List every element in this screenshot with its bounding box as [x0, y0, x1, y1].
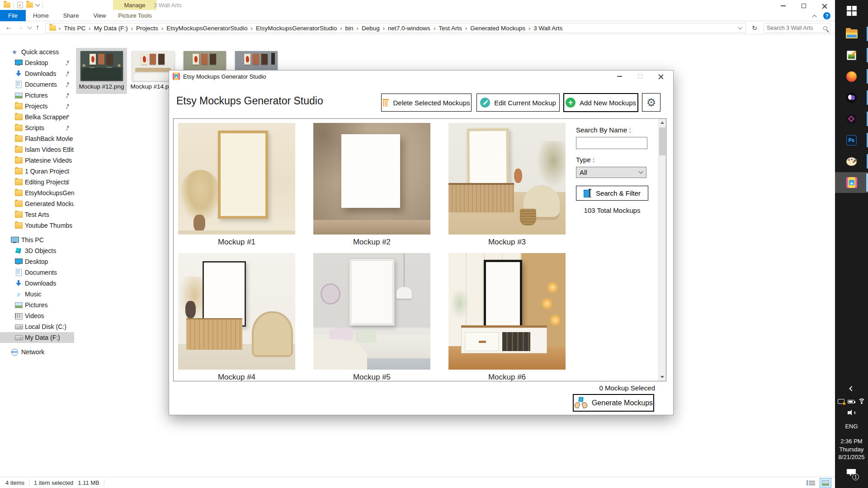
generate-mockups-button[interactable]: Generate Mockups: [573, 394, 654, 412]
app-minimize-button[interactable]: [609, 70, 630, 82]
taskbar-file-explorer[interactable]: [835, 23, 868, 44]
image-editor-icon: [847, 51, 856, 60]
taskbar-image-editor[interactable]: [835, 45, 868, 66]
gear-icon: ⚙: [646, 97, 656, 108]
breadcrumb-item[interactable]: Debug: [359, 25, 382, 32]
crumb-separator: ›: [130, 25, 134, 32]
explorer-search-box: [764, 23, 830, 33]
thumb-art-frame: [193, 54, 199, 65]
edit-current-mockup-button[interactable]: Edit Current Mockup: [476, 94, 560, 112]
scroll-up-icon[interactable]: [659, 119, 666, 127]
mockup-tile-3[interactable]: Mockup #3: [448, 123, 566, 247]
settings-button[interactable]: ⚙: [642, 93, 660, 112]
recent-locations-chevron-icon[interactable]: [28, 25, 32, 29]
mockup-label: Mockup #1: [178, 238, 295, 247]
explorer-search-input[interactable]: [767, 25, 821, 31]
tab-share[interactable]: Share: [56, 10, 86, 21]
type-select[interactable]: All: [576, 167, 646, 178]
thumb-art-frame: [90, 54, 96, 65]
clock-date[interactable]: 8/21/2025: [835, 454, 868, 460]
chevron-left-icon: [849, 386, 854, 391]
tab-view[interactable]: View: [86, 10, 113, 21]
forward-icon[interactable]: →: [15, 23, 25, 31]
breadcrumb-item[interactable]: bin: [343, 25, 356, 32]
quick-access-toolbar: ✓: [4, 2, 43, 8]
taskbar-firefox[interactable]: [835, 66, 868, 87]
thumb-art-frame: [98, 54, 104, 65]
search-filter-icon: [584, 189, 591, 197]
display-notification-icon[interactable]: [838, 399, 844, 404]
thumb-art-frame: [244, 54, 250, 65]
breadcrumb-item[interactable]: 3 Wall Arts: [531, 25, 565, 32]
back-icon[interactable]: ←: [4, 23, 14, 31]
mockup-tile-1[interactable]: Mockup #1: [178, 123, 295, 247]
mockup-tile-4[interactable]: Mockup #4: [178, 253, 295, 382]
taskbar-paint[interactable]: [835, 151, 868, 172]
file-mockup-12[interactable]: Mockup #12.png: [76, 48, 127, 94]
tab-picture-tools[interactable]: Picture Tools: [113, 10, 156, 21]
address-bar[interactable]: › This PC › My Data (F:) › Projects › Et…: [45, 23, 746, 33]
up-icon[interactable]: ↑: [33, 23, 42, 31]
scroll-down-icon[interactable]: [659, 373, 666, 381]
details-view-button[interactable]: [806, 478, 818, 488]
scene-vase: [185, 301, 196, 319]
scene-lamp: [396, 287, 412, 299]
maximize-icon: [638, 74, 642, 79]
breadcrumb-item[interactable]: EtsyMockupsGeneratorStudio: [164, 25, 250, 32]
tab-home[interactable]: Home: [26, 10, 56, 21]
refresh-icon[interactable]: ↻: [749, 23, 760, 33]
add-new-mockups-button[interactable]: + Add New Mockups: [563, 93, 638, 112]
app-titlebar[interactable]: Etsy Mockups Generator Studio: [169, 70, 673, 82]
scrollbar-thumb[interactable]: [659, 127, 665, 155]
app-close-button[interactable]: [651, 70, 671, 82]
mockup-tile-5[interactable]: Mockup #5: [313, 253, 430, 382]
scene-light: [549, 314, 561, 326]
start-button[interactable]: [835, 2, 868, 20]
grid-scrollbar[interactable]: [658, 119, 666, 381]
help-icon[interactable]: ?: [823, 12, 830, 19]
scene-chair: [252, 311, 293, 357]
breadcrumb-item[interactable]: EtsyMockupsGeneratorStudio: [254, 25, 339, 32]
taskbar-photoshop[interactable]: Ps: [835, 130, 868, 150]
thumb-art-mark: [194, 56, 198, 63]
minimize-icon: [617, 76, 622, 77]
mockup-search-input[interactable]: [576, 137, 647, 149]
clock-day[interactable]: Thursday: [835, 446, 868, 453]
mockup-tile-6[interactable]: Mockup #6: [448, 253, 566, 382]
breadcrumb-item[interactable]: Projects: [134, 25, 160, 32]
search-icon[interactable]: [823, 26, 827, 30]
breadcrumb-item[interactable]: net7.0-windows: [386, 25, 433, 32]
search-and-filter-button[interactable]: Search & Filter: [576, 186, 648, 201]
thumb-bed: [82, 68, 121, 81]
taskbar-etsy-mockups-studio[interactable]: [835, 172, 868, 193]
crumb-separator: ›: [528, 25, 531, 32]
scene-basket: [520, 209, 536, 225]
tray-icons: [835, 399, 868, 404]
speaker-icon[interactable]: [848, 410, 856, 416]
qat-customize-chevron-icon[interactable]: [36, 2, 40, 7]
battery-icon[interactable]: [848, 400, 854, 404]
breadcrumb-item[interactable]: Test Arts: [436, 25, 464, 32]
tab-file[interactable]: File: [0, 10, 26, 21]
show-hidden-icons-chevron[interactable]: [835, 387, 868, 390]
expand-ribbon-icon[interactable]: [812, 14, 817, 19]
breadcrumb-item[interactable]: This PC: [61, 25, 88, 32]
wifi-icon[interactable]: [858, 399, 866, 404]
thumbnail-view-button[interactable]: [820, 478, 831, 488]
taskbar-app-hexagon[interactable]: [835, 108, 868, 129]
manage-contextual-tab[interactable]: Manage: [113, 0, 156, 10]
app-maximize-button[interactable]: [630, 70, 651, 82]
breadcrumb-item[interactable]: Generated Mockups: [468, 25, 528, 32]
qat-folder-icon[interactable]: [26, 2, 33, 8]
taskbar-app-dark-purple[interactable]: [835, 87, 868, 108]
qat-check-icon[interactable]: ✓: [17, 2, 23, 8]
scene-canvas: [341, 134, 400, 208]
mockup-tile-2[interactable]: Mockup #2: [313, 123, 430, 247]
breadcrumb-item[interactable]: My Data (F:): [92, 25, 130, 32]
button-label: Delete Selected Mockups: [393, 99, 470, 107]
delete-selected-mockups-button[interactable]: Delete Selected Mockups: [381, 94, 472, 112]
address-dropdown-chevron-icon[interactable]: [738, 25, 743, 30]
type-label: Type :: [576, 156, 650, 164]
clock-time[interactable]: 2:36 PM: [835, 438, 868, 445]
language-indicator[interactable]: ENG: [835, 423, 868, 430]
